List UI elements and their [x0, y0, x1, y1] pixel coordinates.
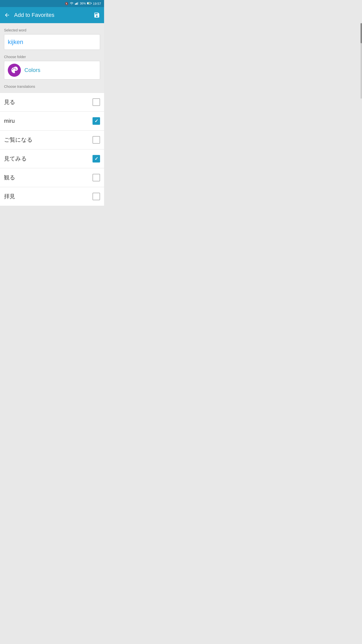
- checkbox-2[interactable]: [93, 136, 100, 144]
- palette-icon: [11, 67, 18, 74]
- checkmark-1: ✓: [95, 119, 98, 123]
- svg-rect-1: [76, 3, 77, 5]
- status-bar: 🔇 36% 19:57: [0, 0, 104, 7]
- folder-selector[interactable]: Colors: [4, 61, 100, 79]
- status-time: 19:57: [93, 2, 101, 6]
- checkbox-4[interactable]: [93, 174, 100, 181]
- translation-text-4: 観る: [4, 174, 15, 181]
- content-area: Selected word kijken Choose folder Color…: [0, 23, 104, 93]
- app-bar-left: Add to Favorites: [4, 12, 54, 18]
- svg-rect-2: [77, 3, 77, 5]
- checkbox-1[interactable]: ✓: [93, 117, 100, 125]
- checkmark-3: ✓: [95, 156, 98, 161]
- translation-item-2[interactable]: ご覧になる: [0, 131, 104, 149]
- choose-folder-label: Choose folder: [4, 55, 100, 59]
- back-button[interactable]: [4, 12, 10, 18]
- folder-name: Colors: [24, 67, 40, 73]
- translation-item-0[interactable]: 見る: [0, 93, 104, 112]
- save-button[interactable]: [94, 12, 100, 18]
- translation-text-1: miru: [4, 118, 15, 124]
- selected-word-input[interactable]: kijken: [4, 34, 100, 50]
- save-icon: [94, 12, 100, 18]
- choose-translations-label: Choose translations: [4, 85, 100, 93]
- checkbox-5[interactable]: [93, 193, 100, 200]
- translation-text-3: 見てみる: [4, 155, 27, 163]
- battery-percentage: 36%: [80, 2, 86, 5]
- translation-item-4[interactable]: 観る: [0, 168, 104, 187]
- translation-text-5: 拝見: [4, 193, 15, 200]
- svg-rect-6: [87, 3, 88, 4]
- checkbox-0[interactable]: [93, 98, 100, 106]
- checkbox-3[interactable]: ✓: [93, 155, 100, 163]
- translation-item-3[interactable]: 見てみる ✓: [0, 149, 104, 168]
- battery-icon: [87, 2, 92, 5]
- mute-icon: 🔇: [65, 2, 68, 5]
- svg-rect-0: [75, 4, 76, 5]
- translation-text-0: 見る: [4, 98, 15, 106]
- folder-icon-circle: [8, 64, 21, 77]
- svg-rect-3: [78, 2, 78, 5]
- translation-item-5[interactable]: 拝見: [0, 187, 104, 206]
- translations-list: 見る miru ✓ ご覧になる 見てみる ✓ 観る 拝見: [0, 93, 104, 206]
- page-title: Add to Favorites: [14, 12, 54, 18]
- wifi-icon: [70, 2, 74, 5]
- selected-word-label: Selected word: [4, 28, 100, 32]
- signal-icon: [75, 2, 78, 5]
- selected-word-value: kijken: [8, 38, 23, 45]
- translation-item-1[interactable]: miru ✓: [0, 112, 104, 131]
- app-bar: Add to Favorites: [0, 7, 104, 23]
- status-icons: 🔇 36% 19:57: [65, 2, 101, 6]
- svg-rect-5: [91, 3, 92, 4]
- translation-text-2: ご覧になる: [4, 136, 33, 144]
